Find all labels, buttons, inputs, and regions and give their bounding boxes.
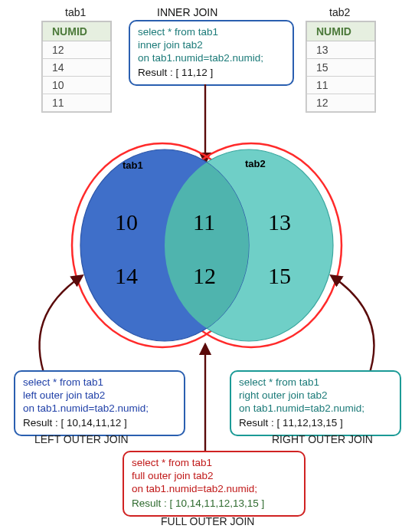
title-left-join: LEFT OUTER JOIN bbox=[34, 433, 129, 445]
arrow-left bbox=[39, 276, 82, 379]
venn-label-tab2: tab2 bbox=[245, 158, 266, 169]
sql-query-left: select * from tab1 left outer join tab2 … bbox=[23, 376, 176, 415]
sql-query-right: select * from tab1 right outer join tab2… bbox=[239, 376, 392, 415]
title-right-join: RIGHT OUTER JOIN bbox=[272, 433, 373, 445]
venn-num-left-0: 10 bbox=[115, 209, 138, 235]
title-full-join: FULL OUTER JOIN bbox=[161, 515, 254, 527]
sql-result-full: Result : [ 10,14,11,12,13,15 ] bbox=[132, 498, 296, 511]
sql-box-full: select * from tab1 full outer join tab2 … bbox=[123, 451, 306, 517]
venn-num-int-0: 11 bbox=[193, 209, 215, 235]
venn-num-left-1: 14 bbox=[115, 263, 138, 288]
venn-label-tab1: tab1 bbox=[123, 159, 143, 171]
diagram-stage: tab1 INNER JOIN tab2 NUMID 12 14 10 11 N… bbox=[0, 0, 402, 532]
sql-query-full: select * from tab1 full outer join tab2 … bbox=[132, 457, 296, 496]
venn-num-right-0: 13 bbox=[268, 209, 291, 235]
sql-result-right: Result : [ 11,12,13,15 ] bbox=[239, 417, 392, 430]
sql-result-left: Result : [ 10,14,11,12 ] bbox=[23, 417, 176, 430]
sql-box-right: select * from tab1 right outer join tab2… bbox=[230, 370, 401, 436]
venn-num-int-1: 12 bbox=[193, 263, 216, 288]
arrow-right bbox=[332, 276, 374, 379]
sql-box-left: select * from tab1 left outer join tab2 … bbox=[14, 370, 185, 436]
venn-num-right-1: 15 bbox=[268, 263, 291, 288]
